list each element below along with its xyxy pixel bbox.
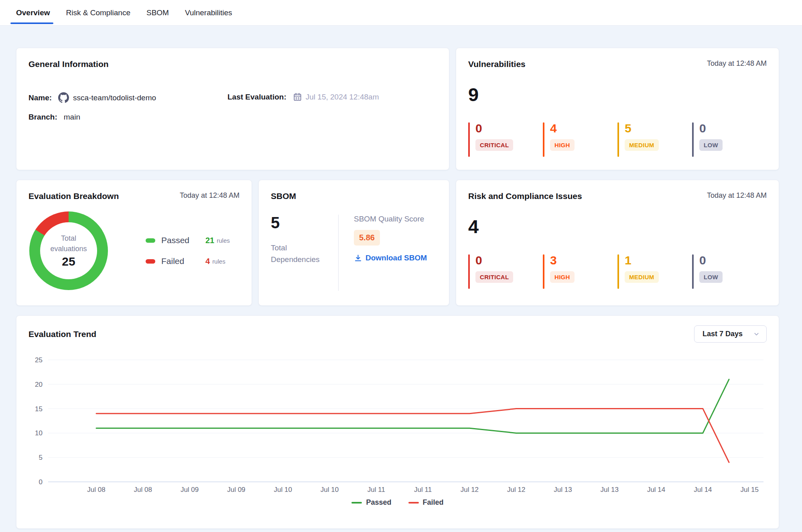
medium-bar xyxy=(617,122,619,157)
trend-failed-label: Failed xyxy=(423,498,444,507)
github-icon xyxy=(58,92,69,103)
tab-overview-label: Overview xyxy=(16,8,50,17)
date-range-value: Last 7 Days xyxy=(703,330,743,338)
risk-critical-item: 0 CRITICAL xyxy=(468,254,543,289)
passed-label: Passed xyxy=(161,236,205,245)
critical-badge: CRITICAL xyxy=(475,271,513,283)
critical-badge: CRITICAL xyxy=(475,139,513,151)
evaluation-breakdown-card: Evaluation Breakdown Today at 12:48 AM T… xyxy=(16,180,252,306)
high-badge: HIGH xyxy=(550,271,575,283)
download-sbom-link[interactable]: Download SBOM xyxy=(354,254,427,262)
donut-total-value: 25 xyxy=(62,255,75,268)
risk-high-item: 3 HIGH xyxy=(543,254,617,289)
passed-rules-suffix: rules xyxy=(217,237,230,244)
evaluation-breakdown-title: Evaluation Breakdown xyxy=(28,191,119,201)
general-information-card: General Information Name: ssca-team/todo… xyxy=(16,48,449,170)
general-information-title: General Information xyxy=(28,59,109,69)
svg-text:20: 20 xyxy=(35,381,43,388)
risk-compliance-card: Risk and Compliance Issues Today at 12:4… xyxy=(456,180,779,306)
medium-badge: MEDIUM xyxy=(625,271,659,283)
failed-legend-row: Failed 4 rules xyxy=(146,256,230,266)
vuln-high-item: 4 HIGH xyxy=(543,122,617,157)
last-evaluation-value: Jul 15, 2024 12:48am xyxy=(306,93,379,102)
svg-text:10: 10 xyxy=(35,429,43,437)
repo-name-value: ssca-team/todolist-demo xyxy=(73,93,156,102)
low-badge: LOW xyxy=(699,139,723,151)
svg-text:25: 25 xyxy=(35,356,43,364)
svg-text:Jul 12: Jul 12 xyxy=(507,486,525,493)
svg-text:Jul 11: Jul 11 xyxy=(414,486,432,493)
failed-label: Failed xyxy=(161,256,205,266)
evaluation-trend-card: Evaluation Trend Last 7 Days 0510152025J… xyxy=(16,315,779,529)
evaluation-trend-chart: 0510152025Jul 08Jul 08Jul 09Jul 09Jul 10… xyxy=(28,353,767,497)
passed-pill-icon xyxy=(146,238,155,243)
vulnerabilities-severity-row: 0 CRITICAL 4 HIGH 5 MEDIUM xyxy=(468,122,767,157)
donut-center-label: Total evaluations xyxy=(45,233,92,254)
risk-medium-item: 1 MEDIUM xyxy=(617,254,692,289)
sbom-title: SBOM xyxy=(271,191,296,201)
risk-medium-count: 1 xyxy=(625,254,659,266)
risk-critical-count: 0 xyxy=(475,254,513,266)
risk-low-count: 0 xyxy=(699,254,723,266)
tab-risk-compliance[interactable]: Risk & Compliance xyxy=(66,0,131,25)
tab-vulnerabilities-label: Vulnerabilities xyxy=(185,8,232,17)
last-evaluation-row: Last Evaluation: Jul 15, 2024 12:48am xyxy=(227,92,379,102)
svg-text:5: 5 xyxy=(39,454,43,461)
branch-value: main xyxy=(64,113,80,122)
tab-sbom-label: SBOM xyxy=(146,8,169,17)
vuln-medium-item: 5 MEDIUM xyxy=(617,122,692,157)
svg-text:Jul 09: Jul 09 xyxy=(227,486,245,493)
vuln-low-item: 0 LOW xyxy=(692,122,767,157)
risk-severity-row: 0 CRITICAL 3 HIGH 1 MEDIUM xyxy=(468,254,767,289)
risk-compliance-timestamp: Today at 12:48 AM xyxy=(707,191,767,200)
svg-text:Jul 08: Jul 08 xyxy=(134,486,152,493)
sbom-total-dependencies-label: Total Dependencies xyxy=(271,242,325,266)
sbom-card: SBOM 5 Total Dependencies SBOM Quality S… xyxy=(258,180,449,306)
failed-count: 4 xyxy=(205,257,210,266)
vulnerabilities-card: Vulnerabilities Today at 12:48 AM 9 0 CR… xyxy=(456,48,779,170)
low-bar xyxy=(692,122,694,157)
passed-legend-row: Passed 21 rules xyxy=(146,236,230,245)
svg-text:Jul 14: Jul 14 xyxy=(647,486,665,493)
sbom-quality-score-value: 5.86 xyxy=(354,230,380,246)
tab-vulnerabilities[interactable]: Vulnerabilities xyxy=(185,0,232,25)
passed-count: 21 xyxy=(205,236,214,245)
trend-passed-label: Passed xyxy=(366,498,391,507)
svg-text:Jul 10: Jul 10 xyxy=(274,486,292,493)
chevron-down-icon xyxy=(753,331,760,337)
risk-compliance-title: Risk and Compliance Issues xyxy=(468,191,582,201)
tab-sbom[interactable]: SBOM xyxy=(146,0,169,25)
tab-overview[interactable]: Overview xyxy=(16,0,50,25)
risk-compliance-total: 4 xyxy=(468,217,767,236)
vuln-medium-count: 5 xyxy=(625,122,659,134)
risk-low-item: 0 LOW xyxy=(692,254,767,289)
medium-badge: MEDIUM xyxy=(625,139,659,151)
vuln-low-count: 0 xyxy=(699,122,723,134)
trend-legend-passed: Passed xyxy=(351,498,391,507)
download-icon xyxy=(354,254,362,262)
sbom-total-dependencies-value: 5 xyxy=(271,215,338,231)
failed-line-swatch xyxy=(408,502,419,504)
svg-text:Jul 12: Jul 12 xyxy=(461,486,479,493)
vuln-high-count: 4 xyxy=(550,122,575,134)
calendar-icon xyxy=(293,92,302,102)
svg-text:Jul 15: Jul 15 xyxy=(741,486,759,493)
svg-text:15: 15 xyxy=(35,405,43,413)
svg-text:Jul 08: Jul 08 xyxy=(87,486,105,493)
high-bar xyxy=(543,254,544,289)
failed-pill-icon xyxy=(146,259,155,264)
vulnerabilities-timestamp: Today at 12:48 AM xyxy=(707,59,767,68)
svg-text:0: 0 xyxy=(39,478,43,486)
passed-line-swatch xyxy=(351,502,362,504)
evaluation-trend-title: Evaluation Trend xyxy=(28,329,96,339)
tab-risk-compliance-label: Risk & Compliance xyxy=(66,8,131,17)
high-badge: HIGH xyxy=(550,139,575,151)
high-bar xyxy=(543,122,544,157)
svg-text:Jul 13: Jul 13 xyxy=(601,486,619,493)
evaluations-donut-chart: Total evaluations 25 xyxy=(29,211,108,290)
low-bar xyxy=(692,254,694,289)
trend-legend: Passed Failed xyxy=(28,498,767,507)
sbom-quality-score-label: SBOM Quality Score xyxy=(354,215,427,223)
critical-bar xyxy=(468,122,470,157)
date-range-select[interactable]: Last 7 Days xyxy=(694,325,767,343)
